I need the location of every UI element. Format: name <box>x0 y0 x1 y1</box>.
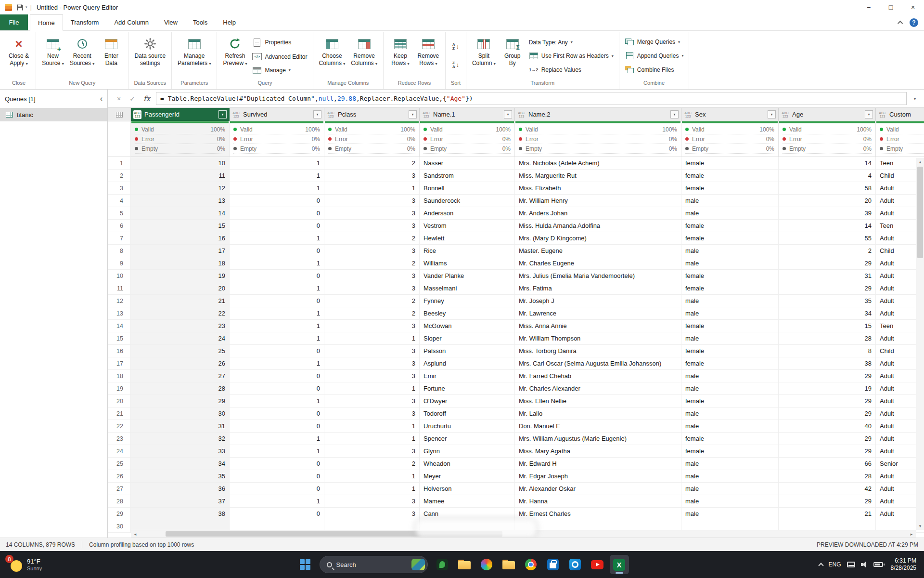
cell[interactable]: Mr. Charles Eugene <box>515 257 681 270</box>
cell[interactable]: Meyer <box>420 470 515 483</box>
cell[interactable]: 27 <box>131 370 230 382</box>
group-by-button[interactable]: GroupBy <box>499 33 526 67</box>
weather-widget[interactable]: 8 91°F Sunny <box>0 551 50 578</box>
cell[interactable]: 34 <box>779 307 876 320</box>
cell[interactable]: 14 <box>779 157 876 170</box>
cell[interactable]: Vander Planke <box>420 270 515 282</box>
collapse-queries-panel-button[interactable]: ‹ <box>100 94 103 103</box>
cell[interactable]: male <box>681 245 779 257</box>
cell[interactable]: male <box>681 295 779 307</box>
cell[interactable]: 1 <box>230 182 324 195</box>
cell[interactable]: 0 <box>230 382 324 395</box>
cell[interactable]: Mr. Lalio <box>515 407 681 420</box>
advanced-editor-button[interactable]: </>Advanced Editor <box>250 52 309 61</box>
cell[interactable]: 2 <box>324 307 420 320</box>
refresh-preview-button[interactable]: RefreshPreview ▾ <box>220 33 249 67</box>
excel-taskbar-button[interactable]: X <box>610 555 629 574</box>
combine-files-button[interactable]: Combine Files <box>623 65 686 74</box>
vertical-scroll-thumb[interactable] <box>917 167 923 258</box>
cell[interactable]: 1 <box>230 433 324 445</box>
split-column-button[interactable]: SplitColumn ▾ <box>470 33 498 67</box>
cell[interactable]: Mr. Edward H <box>515 458 681 470</box>
cell[interactable]: 35 <box>131 470 230 483</box>
cell[interactable]: male <box>681 458 779 470</box>
search-box[interactable]: Search <box>320 556 428 573</box>
cell[interactable]: Todoroff <box>420 407 515 420</box>
cell[interactable]: 1 <box>324 483 420 495</box>
cell[interactable]: 30 <box>131 407 230 420</box>
merge-queries-button[interactable]: Merge Queries▾ <box>623 38 686 46</box>
cell[interactable]: 1 <box>324 182 420 195</box>
cell[interactable]: 21 <box>779 508 876 520</box>
row-number[interactable]: 17 <box>108 357 131 370</box>
data-type-icon[interactable]: ABC123 <box>781 111 789 118</box>
cell[interactable]: 24 <box>131 332 230 345</box>
cell[interactable]: 1 <box>230 320 324 332</box>
cell[interactable]: 19 <box>131 270 230 282</box>
cell[interactable]: Mrs. Carl Oscar (Selma Augusta Emilia Jo… <box>515 357 681 370</box>
cell[interactable]: female <box>681 182 779 195</box>
column-header-custom[interactable]: ABC123Custom▾ <box>876 108 924 121</box>
cell[interactable]: Mrs. (Mary D Kingcome) <box>515 232 681 245</box>
remove-rows-button[interactable]: RemoveRows ▾ <box>415 33 442 67</box>
cell[interactable]: 3 <box>324 395 420 407</box>
recent-sources-button[interactable]: RecentSources ▾ <box>67 33 97 67</box>
row-number[interactable]: 3 <box>108 182 131 195</box>
help-icon[interactable]: ? <box>910 18 918 27</box>
cell[interactable]: Sandstrom <box>420 170 515 182</box>
photos-taskbar-button[interactable] <box>477 555 496 574</box>
cell[interactable]: Mr. Farred Chehab <box>515 370 681 382</box>
new-source-button[interactable]: NewSource ▾ <box>39 33 66 67</box>
volume-icon[interactable] <box>861 562 868 567</box>
query-item-titanic[interactable]: titanic <box>0 108 107 121</box>
cell[interactable]: Miss. Hulda Amanda Adolfina <box>515 220 681 232</box>
cell[interactable]: male <box>681 307 779 320</box>
cell[interactable]: male <box>681 495 779 508</box>
row-number[interactable]: 6 <box>108 220 131 232</box>
cell[interactable]: 8 <box>779 345 876 357</box>
filter-button[interactable]: ▾ <box>865 110 873 118</box>
cell[interactable]: Cann <box>420 508 515 520</box>
cell[interactable]: 0 <box>230 458 324 470</box>
close-apply-button[interactable]: ×Close &Apply ▾ <box>5 33 32 67</box>
cell[interactable]: 38 <box>131 508 230 520</box>
filter-button[interactable]: ▾ <box>768 110 776 118</box>
cell[interactable]: O'Dwyer <box>420 395 515 407</box>
clock[interactable]: 6:31 PM 8/28/2025 <box>891 557 916 572</box>
cell[interactable]: 22 <box>131 307 230 320</box>
cell[interactable]: 10 <box>131 157 230 170</box>
cell[interactable]: 33 <box>131 445 230 458</box>
cell[interactable]: 3 <box>324 170 420 182</box>
data-type-icon[interactable]: ABC123 <box>327 111 335 118</box>
cell[interactable]: 1 <box>230 157 324 170</box>
cell[interactable]: 0 <box>230 195 324 207</box>
cell[interactable]: 0 <box>230 245 324 257</box>
row-number[interactable]: 13 <box>108 307 131 320</box>
cell[interactable]: 3 <box>324 282 420 295</box>
cell[interactable]: 1 <box>230 307 324 320</box>
sort-descending-button[interactable]: ZA↓ <box>449 60 462 70</box>
cell[interactable]: Mrs. Nicholas (Adele Achem) <box>515 157 681 170</box>
cell[interactable]: 1 <box>230 357 324 370</box>
column-header-passengerid[interactable]: ABC123PassengerId▾ <box>131 108 230 121</box>
column-header-sex[interactable]: ABC123Sex▾ <box>681 108 779 121</box>
cell[interactable]: 28 <box>779 332 876 345</box>
cell[interactable]: 1 <box>230 332 324 345</box>
cell[interactable]: 0 <box>230 220 324 232</box>
filter-button[interactable]: ▾ <box>218 110 227 118</box>
cell[interactable]: 21 <box>131 295 230 307</box>
cell[interactable]: 14 <box>779 220 876 232</box>
row-number[interactable]: 19 <box>108 382 131 395</box>
cell[interactable]: female <box>681 270 779 282</box>
cell[interactable]: 1 <box>324 433 420 445</box>
row-number[interactable]: 4 <box>108 195 131 207</box>
cell[interactable]: Masselmani <box>420 282 515 295</box>
cell[interactable]: Palsson <box>420 345 515 357</box>
append-queries-button[interactable]: Append Queries▾ <box>623 51 686 60</box>
cell[interactable]: 37 <box>131 495 230 508</box>
manage-parameters-button[interactable]: ManageParameters ▾ <box>175 33 213 67</box>
cell[interactable]: 32 <box>131 433 230 445</box>
tab-add-column[interactable]: Add Column <box>106 14 156 30</box>
cell[interactable]: 1 <box>324 420 420 433</box>
search-highlight-image[interactable] <box>411 559 425 570</box>
